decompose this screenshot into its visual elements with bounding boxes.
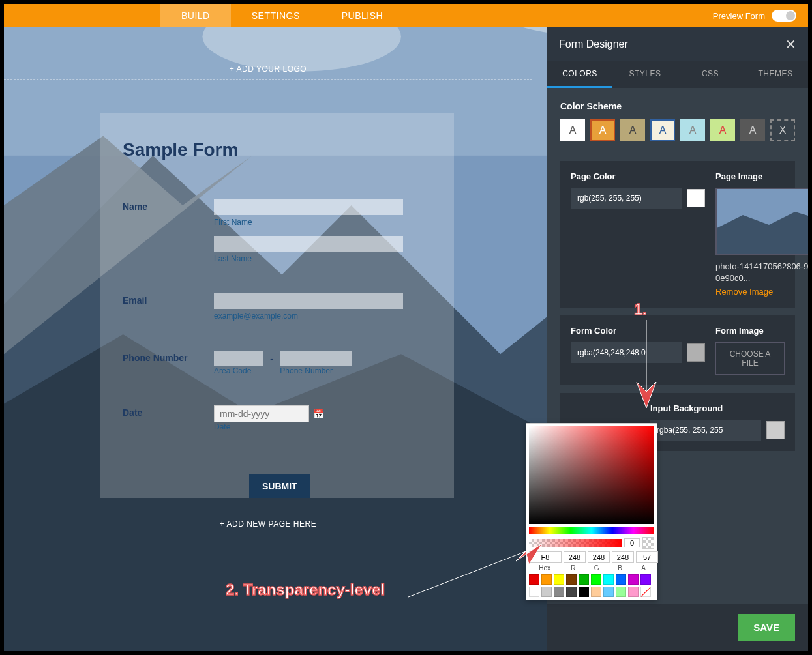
remove-image-link[interactable]: Remove Image xyxy=(715,287,773,297)
panel-tab-themes[interactable]: THEMES xyxy=(743,61,808,88)
picker-g-label: G xyxy=(586,564,607,572)
picker-a-label: A xyxy=(633,564,654,572)
picker-swatch[interactable] xyxy=(541,587,552,597)
name-label: Name xyxy=(123,199,214,272)
page-color-swatch[interactable] xyxy=(687,189,705,207)
input-bg-input[interactable] xyxy=(650,420,761,441)
picker-swatch[interactable] xyxy=(579,587,589,597)
last-name-input[interactable] xyxy=(214,236,403,252)
picker-swatch[interactable] xyxy=(591,587,601,597)
calendar-icon[interactable]: 📅 xyxy=(313,409,324,419)
picker-swatch[interactable] xyxy=(554,574,564,585)
scheme-5[interactable]: A xyxy=(680,119,705,141)
picker-hex-label: Hex xyxy=(529,564,560,572)
preview-form-label: Preview Form xyxy=(713,11,765,21)
picker-swatch[interactable] xyxy=(640,574,651,585)
first-name-input[interactable] xyxy=(214,199,403,215)
phone-number-sublabel: Phone Number xyxy=(280,366,352,375)
choose-file-button[interactable]: CHOOSE A FILE xyxy=(715,342,785,375)
scheme-custom[interactable]: X xyxy=(770,119,795,141)
scheme-2[interactable]: A xyxy=(590,119,615,141)
tab-build[interactable]: BUILD xyxy=(160,4,231,27)
picker-swatch[interactable] xyxy=(566,587,577,597)
picker-swatch[interactable] xyxy=(529,587,539,597)
last-name-sublabel: Last Name xyxy=(214,254,432,263)
form-color-swatch[interactable] xyxy=(687,343,705,362)
tab-settings[interactable]: SETTINGS xyxy=(231,4,321,27)
picker-hex-input[interactable] xyxy=(529,551,562,563)
picker-preview-swatch xyxy=(642,537,654,549)
save-button[interactable]: SAVE xyxy=(738,614,795,641)
form-preview: Sample Form Name First Name Last Name Em… xyxy=(100,113,454,498)
page-image-caption: photo-1414170562806-9d670e90c0... xyxy=(715,261,808,284)
page-color-label: Page Color xyxy=(571,171,705,181)
date-input[interactable] xyxy=(214,405,309,422)
picker-alpha-slider[interactable] xyxy=(529,539,622,547)
first-name-sublabel: First Name xyxy=(214,218,432,227)
page-color-input[interactable] xyxy=(571,188,682,209)
picker-swatch[interactable] xyxy=(541,574,552,585)
top-header: BUILD SETTINGS PUBLISH Preview Form xyxy=(4,4,808,27)
picker-swatch[interactable] xyxy=(616,574,626,585)
scheme-1[interactable]: A xyxy=(560,119,585,141)
picker-alpha-value[interactable] xyxy=(624,538,640,547)
email-sublabel: example@example.com xyxy=(214,312,432,321)
picker-swatch[interactable] xyxy=(529,574,539,585)
color-picker-popup: Hex R G B A xyxy=(526,423,657,600)
tab-publish[interactable]: PUBLISH xyxy=(321,4,404,27)
add-logo-button[interactable]: + ADD YOUR LOGO xyxy=(4,59,532,80)
email-label: Email xyxy=(123,293,214,330)
email-input[interactable] xyxy=(214,293,403,309)
form-color-label: Form Color xyxy=(571,326,705,336)
picker-swatch[interactable] xyxy=(579,574,589,585)
form-title: Sample Form xyxy=(123,139,432,160)
date-sublabel: Date xyxy=(214,422,432,431)
form-color-input[interactable] xyxy=(571,342,682,363)
input-bg-swatch[interactable] xyxy=(766,421,785,439)
page-image-thumbnail[interactable] xyxy=(715,188,808,255)
picker-r-input[interactable] xyxy=(564,551,586,563)
picker-saturation-value[interactable] xyxy=(529,426,654,524)
picker-g-input[interactable] xyxy=(588,551,610,563)
scheme-3[interactable]: A xyxy=(620,119,645,141)
picker-swatch[interactable] xyxy=(603,574,614,585)
scheme-7[interactable]: A xyxy=(740,119,765,141)
date-label: Date xyxy=(123,405,214,441)
picker-swatch[interactable] xyxy=(628,587,639,597)
picker-swatch[interactable] xyxy=(566,574,577,585)
submit-button[interactable]: SUBMIT xyxy=(249,474,310,498)
picker-swatch[interactable] xyxy=(616,587,626,597)
picker-a-input[interactable] xyxy=(636,551,658,563)
add-page-button[interactable]: + ADD NEW PAGE HERE xyxy=(4,519,532,529)
picker-b-label: B xyxy=(609,564,631,572)
area-code-input[interactable] xyxy=(214,351,263,366)
picker-b-input[interactable] xyxy=(612,551,634,563)
picker-swatch[interactable] xyxy=(640,587,651,597)
phone-label: Phone Number xyxy=(123,351,214,385)
area-code-sublabel: Area Code xyxy=(214,366,263,375)
panel-tab-styles[interactable]: STYLES xyxy=(612,61,678,88)
picker-swatch[interactable] xyxy=(628,574,639,585)
panel-title: Form Designer xyxy=(559,38,628,50)
scheme-6[interactable]: A xyxy=(710,119,735,141)
input-background-label: Input Background xyxy=(650,403,785,413)
form-image-label: Form Image xyxy=(715,326,785,336)
panel-tab-colors[interactable]: COLORS xyxy=(547,61,612,88)
panel-tab-css[interactable]: CSS xyxy=(678,61,743,88)
picker-swatch[interactable] xyxy=(554,587,564,597)
picker-r-label: R xyxy=(562,564,584,572)
picker-swatch[interactable] xyxy=(591,574,601,585)
phone-number-input[interactable] xyxy=(280,351,352,366)
close-icon[interactable]: ✕ xyxy=(785,36,796,52)
preview-toggle[interactable] xyxy=(772,10,796,22)
page-image-label: Page Image xyxy=(715,171,808,181)
scheme-4[interactable]: A xyxy=(650,119,675,141)
picker-hue-slider[interactable] xyxy=(529,527,654,534)
picker-swatch[interactable] xyxy=(603,587,614,597)
color-scheme-label: Color Scheme xyxy=(560,101,795,111)
phone-separator: - xyxy=(270,351,273,385)
